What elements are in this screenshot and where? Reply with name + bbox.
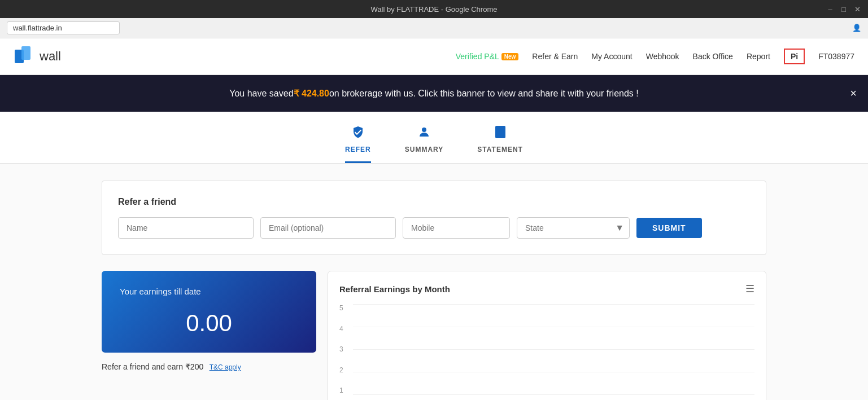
grid-line-3	[353, 349, 754, 350]
savings-banner[interactable]: You have saved ₹ 424.80 on brokerage wit…	[0, 75, 868, 112]
tab-refer[interactable]: REFER	[345, 125, 371, 163]
y-axis-4: 4	[339, 325, 343, 333]
app-container: wall Verified P&L New Refer & Earn My Ac…	[0, 38, 868, 400]
state-wrapper: State Andaman and Nicobar Andhra Pradesh…	[517, 217, 630, 239]
tnc-link[interactable]: T&C apply	[210, 363, 241, 371]
refer-title: Refer a friend	[118, 197, 750, 207]
pi-button[interactable]: Pi	[784, 49, 805, 64]
mobile-input[interactable]	[403, 217, 510, 239]
svg-rect-1	[21, 46, 30, 60]
y-axis-1: 1	[339, 386, 343, 394]
titlebar: Wall by FLATTRADE - Google Chrome – □ ✕	[0, 0, 868, 18]
back-office-link[interactable]: Back Office	[693, 52, 733, 61]
chart-header: Referral Earnings by Month ☰	[339, 283, 754, 295]
menu-icon[interactable]: ☰	[745, 283, 754, 295]
submit-button[interactable]: SUBMIT	[636, 218, 702, 238]
chart-title: Referral Earnings by Month	[339, 284, 450, 294]
refer-earn-link[interactable]: Refer & Earn	[532, 52, 578, 61]
left-panel: Your earnings till date 0.00 Refer a fri…	[102, 271, 316, 400]
y-axis-2: 2	[339, 366, 343, 374]
svg-point-2	[422, 128, 426, 132]
refer-form: State Andaman and Nicobar Andhra Pradesh…	[118, 217, 750, 239]
y-axis-5: 5	[339, 304, 343, 312]
grid-line-5	[353, 304, 754, 305]
banner-amount: ₹ 424.80	[294, 88, 329, 99]
addressbar: wall.flattrade.in 👤	[0, 18, 868, 38]
my-account-link[interactable]: My Account	[591, 52, 632, 61]
banner-text-before: You have saved	[229, 89, 293, 99]
main-content: Refer a friend State Andaman and Nicobar…	[0, 164, 868, 400]
titlebar-controls: – □ ✕	[826, 5, 861, 13]
refer-earn-section: Refer a friend and earn ₹200 T&C apply	[102, 362, 316, 372]
user-id: FT038977	[818, 52, 854, 61]
chart-yaxis: 5 4 3 2 1	[339, 304, 343, 394]
verified-pl-text: Verified P&L	[456, 52, 499, 61]
header: wall Verified P&L New Refer & Earn My Ac…	[0, 38, 868, 75]
tabs-container: REFER SUMMARY STATEMENT	[0, 112, 868, 164]
main-nav: Verified P&L New Refer & Earn My Account…	[456, 49, 854, 64]
email-input[interactable]	[260, 217, 396, 239]
refer-earn-text: Refer a friend and earn ₹200	[102, 362, 203, 371]
tab-statement[interactable]: STATEMENT	[477, 125, 523, 163]
chart-card: Referral Earnings by Month ☰ 5 4 3 2 1	[328, 271, 766, 400]
refer-section: Refer a friend State Andaman and Nicobar…	[102, 181, 766, 255]
svg-rect-3	[495, 126, 505, 138]
tab-summary-label: SUMMARY	[405, 146, 444, 153]
chart-area: 5 4 3 2 1	[339, 304, 754, 394]
tab-refer-label: REFER	[345, 146, 371, 153]
grid-line-4	[353, 327, 754, 327]
name-input[interactable]	[118, 217, 254, 239]
webhook-link[interactable]: Webhook	[646, 52, 679, 61]
new-badge: New	[501, 53, 519, 60]
person-icon	[417, 125, 431, 142]
profile-icon: 👤	[852, 24, 861, 32]
verified-pl-link[interactable]: Verified P&L New	[456, 52, 519, 61]
tab-statement-label: STATEMENT	[477, 146, 523, 153]
bottom-panels: Your earnings till date 0.00 Refer a fri…	[102, 271, 766, 400]
earnings-title: Your earnings till date	[120, 287, 298, 296]
file-icon	[494, 125, 507, 142]
state-select[interactable]: State Andaman and Nicobar Andhra Pradesh…	[517, 217, 630, 239]
earnings-card: Your earnings till date 0.00	[102, 271, 316, 353]
tab-summary[interactable]: SUMMARY	[405, 125, 444, 163]
grid-line-2	[353, 372, 754, 372]
logo[interactable]: wall	[14, 45, 61, 68]
restore-button[interactable]: □	[840, 5, 848, 13]
titlebar-title: Wall by FLATTRADE - Google Chrome	[371, 5, 498, 14]
grid-line-1	[353, 394, 754, 395]
minimize-button[interactable]: –	[826, 5, 834, 13]
report-link[interactable]: Report	[747, 52, 770, 61]
y-axis-3: 3	[339, 345, 343, 353]
chart-grid	[353, 304, 754, 394]
banner-text-after: on brokerage with us. Click this banner …	[329, 89, 639, 99]
banner-close-button[interactable]: ×	[850, 87, 857, 100]
url-input[interactable]: wall.flattrade.in	[7, 21, 120, 34]
shield-icon	[351, 125, 365, 142]
close-button[interactable]: ✕	[853, 5, 861, 13]
logo-text: wall	[40, 49, 61, 64]
logo-icon	[14, 45, 36, 68]
earnings-value: 0.00	[120, 310, 298, 337]
